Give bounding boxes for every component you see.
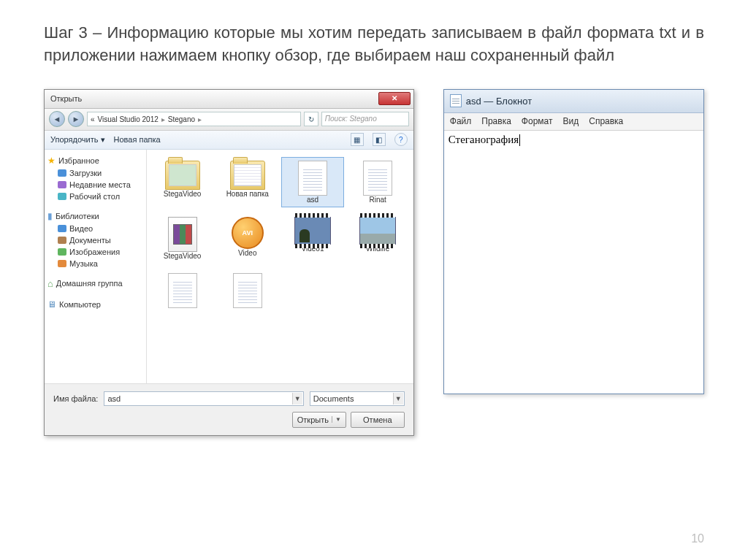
dialog-body: ★Избранное Загрузки Недавние места Рабоч… (45, 150, 413, 383)
computer-icon: 🖥 (47, 299, 56, 310)
search-input[interactable]: Поиск: Stegano (321, 112, 409, 126)
breadcrumb-item[interactable]: Visual Studio 2012 (98, 115, 159, 123)
sidebar-favorites-title[interactable]: ★Избранное (47, 154, 143, 167)
libraries-icon: ▮ (47, 211, 53, 221)
forward-button[interactable]: ► (68, 111, 84, 127)
close-button[interactable]: ✕ (378, 92, 411, 105)
filename-input[interactable]: asd (104, 391, 303, 406)
new-folder-button[interactable]: Новая папка (114, 135, 161, 144)
chevron-right-icon: ▸ (161, 115, 165, 123)
organize-menu[interactable]: Упорядочить ▾ (50, 135, 105, 145)
preview-pane-button[interactable]: ◧ (373, 133, 386, 146)
file-label: StegaVideo (164, 252, 202, 260)
dialog-buttons: Открыть▼ Отмена (53, 412, 405, 428)
breadcrumb[interactable]: « Visual Studio 2012 ▸ Stegano ▸ (87, 112, 301, 126)
file-item-folder[interactable]: StegaVideo (151, 157, 213, 207)
sidebar-libraries: ▮Библиотеки Видео Документы Изображения … (47, 210, 143, 269)
file-item-video[interactable]: Wildlife (347, 213, 409, 264)
cancel-button[interactable]: Отмена (351, 412, 405, 428)
notepad-content: Стеганография (449, 134, 519, 145)
text-cursor (519, 134, 520, 146)
file-label: Video (238, 249, 256, 257)
chevron-right-icon: ▸ (198, 115, 202, 123)
file-label: Rinat (370, 196, 386, 204)
video-lib-icon (58, 225, 66, 232)
avi-icon: AVI (232, 217, 264, 249)
menu-format[interactable]: Формат (522, 116, 553, 126)
notepad-menubar: Файл Правка Формат Вид Справка (444, 113, 703, 131)
file-label: asd (307, 196, 318, 204)
view-mode-button[interactable]: ▦ (351, 133, 364, 146)
open-file-dialog: Открыть ✕ ◄ ► « Visual Studio 2012 ▸ Ste… (44, 89, 414, 436)
file-item-txt-selected[interactable]: asd (281, 157, 343, 207)
notepad-icon (450, 94, 462, 107)
file-item-video[interactable]: Video1 (281, 213, 343, 264)
file-item-archive[interactable]: StegaVideo (151, 213, 213, 264)
file-type-filter[interactable]: Documents (310, 391, 405, 406)
documents-lib-icon (58, 237, 66, 244)
sidebar-homegroup[interactable]: ⌂Домашняя группа (47, 277, 143, 291)
file-item-txt[interactable]: Rinat (347, 157, 409, 207)
file-item-txt[interactable] (216, 269, 278, 312)
archive-icon (168, 217, 197, 252)
file-item-txt[interactable] (151, 269, 213, 312)
dialog-navbar: ◄ ► « Visual Studio 2012 ▸ Stegano ▸ ↻ П… (45, 109, 413, 131)
folder-icon (230, 161, 265, 190)
dialog-toolbar: Упорядочить ▾ Новая папка ▦ ◧ ? (45, 131, 413, 150)
downloads-icon (58, 169, 66, 177)
back-button[interactable]: ◄ (49, 111, 65, 127)
filename-label: Имя файла: (53, 394, 98, 403)
recent-icon (58, 181, 66, 188)
open-button[interactable]: Открыть▼ (292, 412, 346, 428)
sidebar-computer[interactable]: 🖥Компьютер (47, 298, 143, 311)
sidebar-item-music[interactable]: Музыка (47, 258, 143, 269)
video-thumb-icon (359, 217, 396, 245)
chevron-down-icon[interactable]: ▼ (292, 393, 302, 404)
breadcrumb-prefix: « (91, 115, 95, 123)
sidebar-item-video[interactable]: Видео (47, 223, 143, 234)
notepad-title: asd — Блокнот (466, 96, 532, 107)
sidebar-item-recent[interactable]: Недавние места (47, 179, 143, 191)
sidebar-item-documents[interactable]: Документы (47, 234, 143, 246)
sidebar-favorites: ★Избранное Загрузки Недавние места Рабоч… (47, 154, 143, 202)
dialog-titlebar[interactable]: Открыть ✕ (45, 90, 413, 109)
menu-edit[interactable]: Правка (481, 116, 511, 126)
file-item-folder[interactable]: Новая папка (216, 157, 278, 207)
files-area[interactable]: StegaVideo Новая папка asd Rinat (147, 150, 413, 383)
file-item-avi[interactable]: AVI Video (216, 213, 278, 264)
folder-icon (165, 161, 200, 190)
text-file-icon (168, 273, 197, 308)
notepad-window: asd — Блокнот Файл Правка Формат Вид Спр… (443, 89, 704, 394)
text-file-icon (233, 273, 262, 308)
windows-row: Открыть ✕ ◄ ► « Visual Studio 2012 ▸ Ste… (44, 89, 704, 436)
video-thumb-icon (294, 217, 331, 245)
chevron-down-icon[interactable]: ▼ (393, 393, 403, 404)
menu-file[interactable]: Файл (450, 116, 472, 126)
notepad-textarea[interactable]: Стеганография (444, 131, 703, 394)
images-lib-icon (58, 248, 66, 256)
dialog-bottom: Имя файла: asd ▼ Documents ▼ Открыть▼ От… (45, 383, 413, 435)
help-button[interactable]: ? (394, 133, 408, 146)
refresh-button[interactable]: ↻ (304, 112, 318, 126)
sidebar: ★Избранное Загрузки Недавние места Рабоч… (45, 150, 147, 383)
desktop-icon (58, 193, 66, 200)
menu-view[interactable]: Вид (563, 116, 579, 126)
homegroup-icon: ⌂ (47, 278, 53, 289)
sidebar-item-downloads[interactable]: Загрузки (47, 167, 143, 179)
dialog-title: Открыть (47, 94, 82, 103)
breadcrumb-item[interactable]: Stegano (168, 115, 195, 123)
text-file-icon (298, 161, 327, 196)
menu-help[interactable]: Справка (589, 116, 623, 126)
chevron-down-icon[interactable]: ▼ (332, 416, 341, 423)
text-file-icon (363, 161, 392, 196)
page-number: 10 (691, 532, 704, 545)
filename-row: Имя файла: asd ▼ Documents ▼ (53, 391, 405, 406)
sidebar-libraries-title[interactable]: ▮Библиотеки (47, 210, 143, 223)
star-icon: ★ (47, 156, 56, 166)
notepad-titlebar[interactable]: asd — Блокнот (444, 90, 703, 113)
page-heading: Шаг 3 – Информацию которые мы хотим пере… (44, 22, 704, 67)
music-lib-icon (58, 260, 66, 267)
files-grid: StegaVideo Новая папка asd Rinat (151, 157, 409, 312)
sidebar-item-images[interactable]: Изображения (47, 246, 143, 258)
sidebar-item-desktop[interactable]: Рабочий стол (47, 191, 143, 202)
